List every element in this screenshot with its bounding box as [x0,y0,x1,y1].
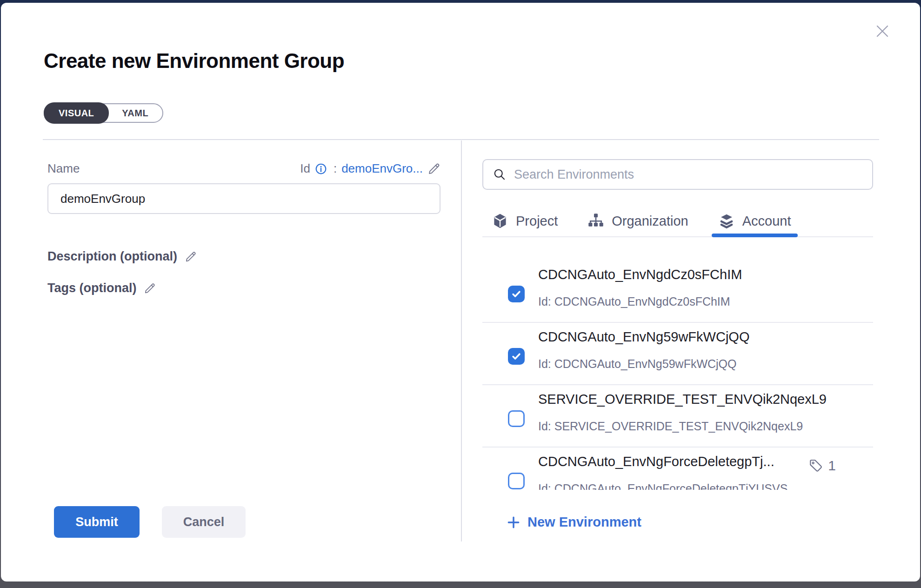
environment-list-item[interactable]: CDCNGAuto_EnvNgForceDeletegpTj... Id: CD… [482,448,873,490]
active-tab-underline [712,234,798,237]
description-label: Description (optional) [47,249,177,264]
environment-checkbox[interactable] [508,410,525,427]
info-icon[interactable] [315,163,327,175]
layers-icon [718,213,735,229]
check-icon [511,288,522,300]
tab-organization[interactable]: Organization [587,206,688,236]
tab-account-label: Account [742,214,791,229]
environment-name: CDCNGAuto_EnvNgdCz0sFChIM [538,265,808,284]
tag-count: 1 [828,458,836,474]
id-group: Id : demoEnvGro... [300,161,440,176]
plus-icon [506,515,521,530]
new-environment-button[interactable]: New Environment [506,514,641,530]
horizontal-divider [43,139,879,140]
tags-row: Tags (optional) [47,281,156,295]
tags-label: Tags (optional) [47,281,136,295]
submit-button[interactable]: Submit [54,506,140,538]
environment-list-item[interactable]: CDCNGAuto_EnvNg59wFkWCjQQ Id: CDCNGAuto_… [482,323,873,385]
visual-yaml-toggle: VISUAL YAML [44,103,163,123]
name-id-row: Name Id : demoEnvGro... [47,161,440,176]
name-input[interactable] [47,183,440,214]
environment-name: SERVICE_OVERRIDE_TEST_ENVQik2NqexL9 [538,390,808,408]
edit-description-pencil-icon[interactable] [185,251,197,263]
new-environment-label: New Environment [527,514,641,530]
environment-list-item[interactable]: CDCNGAuto_EnvNgdCz0sFChIM Id: CDCNGAuto_… [482,261,873,323]
environment-name: CDCNGAuto_EnvNgForceDeletegpTj... [538,452,808,471]
toggle-visual[interactable]: VISUAL [44,102,109,124]
tab-account[interactable]: Account [718,206,791,236]
close-icon[interactable] [874,22,891,40]
environment-id: Id: SERVICE_OVERRIDE_TEST_ENVQik2NqexL9 [538,420,808,433]
action-buttons: Submit Cancel [54,506,246,538]
environment-list-item[interactable]: SERVICE_OVERRIDE_TEST_ENVQik2NqexL9 Id: … [482,385,873,448]
environment-id: Id: CDCNGAuto_EnvNgForceDeletegpTjYUSVS [538,482,808,490]
description-row: Description (optional) [47,249,197,264]
edit-tags-pencil-icon[interactable] [144,282,156,294]
scope-tabs: Project Organization Account [482,206,873,237]
tab-project[interactable]: Project [492,206,558,236]
environment-name: CDCNGAuto_EnvNg59wFkWCjQQ [538,327,808,346]
tab-project-label: Project [516,214,558,229]
cube-icon [492,213,508,229]
name-label: Name [47,161,80,176]
page-title: Create new Environment Group [44,49,344,73]
tag-icon [808,458,823,473]
check-icon [511,351,522,362]
id-label: Id [300,161,310,176]
search-environments-input[interactable] [514,167,863,182]
environment-checkbox[interactable] [508,473,525,489]
environment-id: Id: CDCNGAuto_EnvNg59wFkWCjQQ [538,357,808,371]
environment-list: CDCNGAuto_EnvNgdCz0sFChIM Id: CDCNGAuto_… [482,261,873,490]
create-environment-group-modal: Create new Environment Group VISUAL YAML… [1,3,920,581]
cancel-button[interactable]: Cancel [162,506,246,538]
tab-organization-label: Organization [612,214,688,229]
tag-badge: 1 [808,458,836,474]
search-icon [493,167,507,181]
environment-checkbox[interactable] [508,286,525,302]
toggle-yaml[interactable]: YAML [108,103,162,123]
search-environments-box [482,159,873,190]
environment-checkbox[interactable] [508,348,525,365]
id-value-link[interactable]: demoEnvGro... [341,161,423,176]
vertical-divider [461,140,462,541]
environment-id: Id: CDCNGAuto_EnvNgdCz0sFChIM [538,295,808,308]
id-colon: : [334,161,337,176]
edit-id-pencil-icon[interactable] [427,162,440,175]
sitemap-icon [587,213,604,229]
